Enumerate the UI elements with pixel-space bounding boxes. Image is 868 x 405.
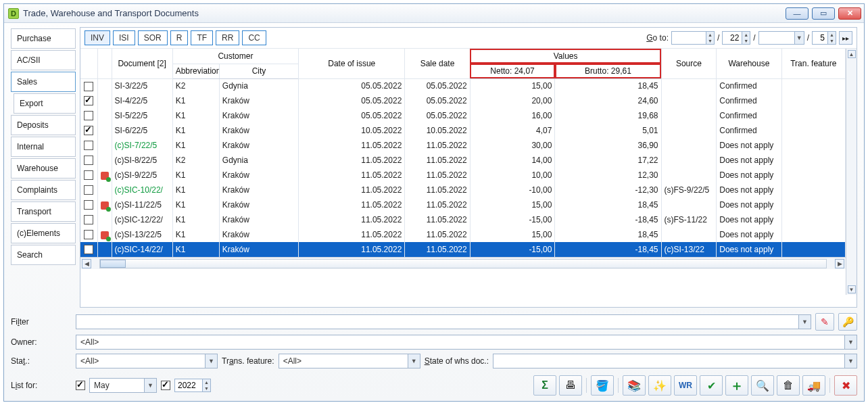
spin-up-icon[interactable]: ▲ [202, 379, 210, 385]
tab-celements[interactable]: (c)Elements [11, 223, 76, 243]
table-row[interactable]: (c)SI-11/22/5K1Kraków11.05.202211.05.202… [80, 197, 846, 212]
col-saledate[interactable]: Sale date [405, 49, 470, 78]
row-checkbox[interactable] [84, 185, 93, 195]
filter-key-button[interactable]: 🔑 [838, 313, 857, 331]
chevron-down-icon[interactable]: ▼ [408, 354, 420, 368]
chevron-down-icon[interactable]: ▼ [144, 379, 156, 392]
tab-export[interactable]: Export [14, 93, 76, 114]
chevron-down-icon[interactable]: ▼ [794, 32, 804, 44]
col-abbr[interactable]: Abbreviation [172, 64, 219, 78]
goto-spin-1[interactable]: ▲▼ [671, 31, 715, 45]
goto-jump-button[interactable]: ▸▸ [839, 31, 852, 45]
table-row[interactable]: SI-5/22/5K1Kraków05.05.202205.05.202216,… [80, 108, 846, 123]
tab-purchase[interactable]: Purchase [11, 28, 76, 49]
wr-button[interactable]: WR [674, 375, 697, 396]
goto-spin-4[interactable]: ▲▼ [812, 31, 836, 45]
chevron-down-icon[interactable]: ▼ [205, 354, 217, 368]
row-checkbox[interactable] [84, 215, 93, 224]
horizontal-scrollbar[interactable]: ◀ ▶ [80, 257, 846, 269]
month-value[interactable]: May [90, 381, 144, 390]
filter-edit-button[interactable]: ✎ [815, 313, 834, 331]
table-row[interactable]: (c)SI-13/22/5K1Kraków11.05.202211.05.202… [80, 227, 846, 242]
spin-down-icon[interactable]: ▼ [202, 385, 210, 391]
books-button[interactable]: 📚 [623, 375, 646, 396]
table-row[interactable]: SI-3/22/5K2Gdynia05.05.202205.05.202215,… [80, 78, 846, 93]
document-grid[interactable]: Document [2] Customer Date of issue Sale… [80, 49, 857, 307]
col-netto[interactable]: Netto: 24,07 [470, 64, 555, 78]
goto-combo[interactable]: ▼ [758, 31, 804, 45]
scroll-left-icon[interactable]: ◀ [82, 259, 91, 268]
bucket-button[interactable]: 🪣 [591, 375, 614, 396]
check-button[interactable]: ✔ [700, 375, 723, 396]
chevron-down-icon[interactable]: ▼ [844, 354, 857, 368]
chevron-down-icon[interactable]: ▼ [844, 335, 857, 349]
minimize-button[interactable]: — [786, 7, 809, 20]
sum-button[interactable]: Σ [533, 375, 556, 396]
row-checkbox[interactable] [84, 156, 93, 165]
goto-input-2[interactable] [723, 32, 742, 44]
maximize-button[interactable]: ▭ [812, 7, 835, 20]
tab-transport[interactable]: Transport [11, 201, 76, 222]
doctab-sor[interactable]: SOR [138, 30, 168, 45]
vertical-scrollbar[interactable]: ▲ ▼ [846, 49, 857, 295]
row-checkbox[interactable] [84, 200, 93, 210]
tab-search[interactable]: Search [11, 245, 76, 265]
spin-up-icon[interactable]: ▲ [742, 32, 750, 38]
table-row[interactable]: (c)SI-8/22/5K2Gdynia11.05.202211.05.2022… [80, 153, 846, 168]
tab-acsii[interactable]: AC/SII [11, 50, 76, 70]
row-checkbox[interactable] [84, 245, 93, 254]
col-document[interactable]: Document [2] [112, 49, 172, 78]
tab-complaints[interactable]: Complaints [11, 180, 76, 200]
spin-down-icon[interactable]: ▼ [827, 38, 836, 44]
table-row[interactable]: SI-4/22/5K1Kraków05.05.202205.05.202220,… [80, 93, 846, 108]
year-spin[interactable]: ▲▼ [174, 379, 211, 392]
tab-internal[interactable]: Internal [11, 137, 76, 157]
spin-up-icon[interactable]: ▲ [827, 32, 836, 38]
table-row[interactable]: (c)SIC-14/22/K1Kraków11.05.202211.05.202… [80, 242, 846, 257]
goto-input-1[interactable] [672, 32, 706, 44]
trans-value[interactable]: <All> [279, 356, 408, 366]
spin-up-icon[interactable]: ▲ [706, 32, 714, 38]
table-row[interactable]: (c)SIC-10/22/K1Kraków11.05.202211.05.202… [80, 183, 846, 197]
state-combo[interactable]: ▼ [493, 354, 857, 368]
row-checkbox[interactable] [84, 230, 93, 239]
doctab-r[interactable]: R [170, 30, 189, 45]
goto-spin-2[interactable]: ▲▼ [722, 31, 750, 45]
scroll-up-icon[interactable]: ▲ [848, 50, 856, 58]
table-row[interactable]: (c)SIC-12/22/K1Kraków11.05.202211.05.202… [80, 212, 846, 227]
col-warehouse[interactable]: Warehouse [717, 49, 781, 78]
table-row[interactable]: (c)SI-7/22/5K1Kraków11.05.202211.05.2022… [80, 138, 846, 153]
doctab-rr[interactable]: RR [216, 30, 239, 45]
goto-input-4[interactable] [813, 32, 827, 44]
month-checkbox[interactable] [76, 381, 85, 390]
scroll-down-icon[interactable]: ▼ [848, 285, 856, 293]
trans-combo[interactable]: <All> ▼ [279, 354, 420, 368]
col-tranfeature[interactable]: Tran. feature [781, 49, 845, 78]
doctab-inv[interactable]: INV [85, 30, 110, 45]
doctab-cc[interactable]: CC [242, 30, 266, 45]
row-checkbox[interactable] [84, 96, 93, 105]
table-row[interactable]: (c)SI-9/22/5K1Kraków11.05.202211.05.2022… [80, 168, 846, 183]
row-checkbox[interactable] [84, 141, 93, 150]
col-source[interactable]: Source [661, 49, 717, 78]
filter-combo[interactable]: ▼ [76, 314, 811, 329]
owner-value[interactable]: <All> [76, 337, 844, 347]
tab-sales[interactable]: Sales [11, 72, 76, 92]
month-combo[interactable]: May ▼ [89, 378, 157, 393]
doctab-isi[interactable]: ISI [113, 30, 135, 45]
doctab-tf[interactable]: TF [191, 30, 213, 45]
chevron-down-icon[interactable]: ▼ [798, 315, 811, 329]
col-customer[interactable]: Customer [172, 49, 298, 64]
table-row[interactable]: SI-6/22/5K1Kraków10.05.202210.05.20224,0… [80, 123, 846, 138]
tab-deposits[interactable]: Deposits [11, 115, 76, 135]
row-checkbox[interactable] [84, 170, 93, 180]
col-city[interactable]: City [219, 64, 298, 78]
close-window-button[interactable]: ✕ [838, 7, 861, 20]
print-button[interactable]: 🖶 [559, 375, 582, 396]
cancel-button[interactable]: ✖ [834, 375, 857, 396]
year-input[interactable] [175, 379, 202, 391]
scroll-right-icon[interactable]: ▶ [835, 259, 844, 268]
col-dateissue[interactable]: Date of issue [299, 49, 405, 78]
spin-down-icon[interactable]: ▼ [706, 38, 714, 44]
tab-warehouse[interactable]: Warehouse [11, 158, 76, 178]
